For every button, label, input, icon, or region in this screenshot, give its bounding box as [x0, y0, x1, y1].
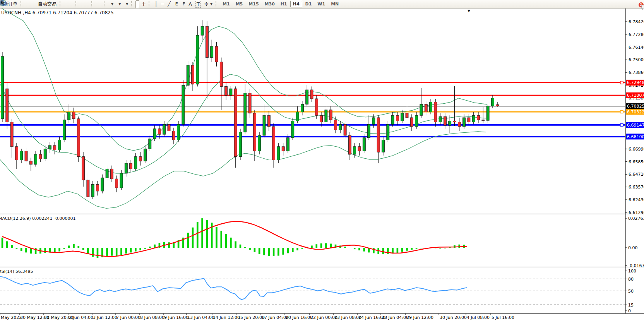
line-chart-button[interactable] — [71, 0, 74, 8]
toolbar-separator — [91, 1, 94, 7]
svg-text:6.62430: 6.62430 — [629, 197, 644, 202]
dock-chart-button[interactable] — [99, 0, 102, 8]
toolbar-separator — [75, 1, 78, 7]
candlestick-chart-button[interactable] — [67, 0, 70, 8]
svg-text:6.70322: 6.70322 — [627, 110, 644, 115]
zoom-in-button[interactable] — [80, 0, 83, 8]
toolbar-separator — [21, 1, 23, 7]
timeframe-h1-button[interactable]: H1 — [278, 1, 290, 7]
svg-text:15: 15 — [628, 303, 634, 308]
svg-text:6.72948: 6.72948 — [627, 80, 644, 85]
toolbar-separator — [131, 1, 134, 7]
timeframe-m15-button[interactable]: M15 — [246, 1, 261, 7]
svg-text:6.69147: 6.69147 — [627, 123, 644, 128]
vertical-line-icon: │ — [154, 1, 158, 7]
svg-text:15 Jun 20:00: 15 Jun 20:00 — [238, 315, 265, 320]
svg-text:3 Jun 12:00: 3 Jun 12:00 — [93, 315, 117, 320]
autotrading-button[interactable]: 自动交易 — [35, 0, 58, 8]
svg-text:5 Jul 16:00: 5 Jul 16:00 — [492, 315, 514, 320]
bar-chart-button[interactable] — [64, 0, 67, 8]
cursor-tool-button[interactable] — [135, 0, 139, 8]
periods-button[interactable]: ▼ — [115, 0, 122, 8]
text-tool-button[interactable]: A — [187, 0, 194, 8]
label-tool-icon: T — [195, 1, 201, 8]
chevron-down-icon: ▼ — [118, 2, 121, 6]
svg-text:6.61290: 6.61290 — [629, 210, 644, 215]
svg-text:4 Jul 08:00: 4 Jul 08:00 — [467, 315, 490, 320]
auto-arrange-button[interactable] — [96, 0, 99, 8]
chart-title: USDCNH-,H4 6.70971 6.71204 6.70777 6.708… — [1, 10, 114, 15]
timeframe-w1-button[interactable]: W1 — [315, 1, 328, 7]
svg-text:14 Jun 12:00: 14 Jun 12:00 — [213, 315, 240, 320]
toolbar-separator — [149, 1, 151, 7]
svg-text:13 Jun 04:00: 13 Jun 04:00 — [187, 315, 214, 320]
text-tool-icon: A — [188, 1, 192, 7]
svg-text:6.71807: 6.71807 — [627, 93, 644, 98]
svg-text:6.76140: 6.76140 — [629, 45, 644, 50]
svg-text:80: 80 — [628, 277, 634, 282]
trendline-tool-button[interactable]: ╱ — [166, 0, 172, 8]
chart-canvas[interactable]: 6.784206.772806.761406.750006.738606.727… — [0, 0, 644, 322]
channel-tool-button[interactable]: E — [173, 0, 180, 8]
fibonacci-letter: F — [183, 1, 185, 7]
toolbar-separator — [216, 1, 218, 7]
chevron-down-icon: ▼ — [126, 2, 128, 6]
add-indicator-button[interactable]: ▼ — [108, 0, 115, 8]
svg-text:0.00: 0.00 — [628, 245, 638, 250]
svg-text:23 Jun 08:00: 23 Jun 08:00 — [334, 315, 361, 320]
toolbar-separator — [104, 1, 106, 7]
zoom-out-button[interactable] — [83, 0, 86, 8]
timeframe-h4-button[interactable]: H4 — [290, 1, 302, 7]
chart-shift-marker-icon[interactable]: ▼ — [468, 9, 470, 13]
tile-windows-button[interactable] — [87, 0, 90, 8]
crosshair-icon: ✛ — [141, 1, 146, 7]
templates-button[interactable]: ▼ — [123, 0, 130, 8]
svg-text:9 Jun 16:00: 9 Jun 16:00 — [164, 315, 188, 320]
svg-text:6.65850: 6.65850 — [629, 159, 644, 164]
svg-text:6.73860: 6.73860 — [629, 70, 644, 75]
mt4-window: 新订单 自动交易 — [0, 0, 644, 322]
svg-text:May 2022: May 2022 — [1, 315, 22, 320]
svg-text:6.77280: 6.77280 — [629, 32, 644, 37]
chevron-down-icon: ▼ — [111, 2, 113, 6]
timeframe-m30-button[interactable]: M30 — [262, 1, 277, 7]
svg-text:22 Jun 00:00: 22 Jun 00:00 — [310, 315, 337, 320]
autotrading-label: 自动交易 — [38, 1, 57, 7]
svg-text:6.70825: 6.70825 — [627, 104, 644, 109]
svg-text:29 Jun 12:00: 29 Jun 12:00 — [406, 315, 433, 320]
channel-letter: E — [175, 1, 178, 7]
macd-indicator-label: MACD(12,26,9) 0.002241 -0.000001 — [0, 216, 75, 221]
timeframe-mn-button[interactable]: MN — [328, 1, 341, 7]
svg-text:6.78420: 6.78420 — [629, 19, 644, 24]
chevron-down-icon: ▼ — [210, 2, 212, 6]
timeframe-m1-button[interactable]: M1 — [220, 1, 233, 7]
svg-text:0.027633: 0.027633 — [628, 216, 644, 221]
timeframe-d1-button[interactable]: D1 — [303, 1, 315, 7]
svg-text:30 Jun 20:00: 30 Jun 20:00 — [440, 315, 467, 320]
svg-text:20 Jun 16:00: 20 Jun 16:00 — [286, 315, 313, 320]
crosshair-tool-button[interactable]: ✛ — [140, 0, 147, 8]
trendline-icon: ╱ — [168, 1, 171, 7]
svg-text:50: 50 — [628, 289, 634, 294]
svg-text:6.68100: 6.68100 — [627, 134, 644, 139]
horizontal-line-tool-button[interactable]: ─ — [159, 0, 166, 8]
svg-text:0: 0 — [628, 308, 631, 313]
svg-text:8 Jun 08:00: 8 Jun 08:00 — [140, 315, 164, 320]
svg-text:7 Jun 00:00: 7 Jun 00:00 — [116, 315, 140, 320]
fibonacci-tool-button[interactable]: F — [180, 0, 187, 8]
svg-text:17 Jun 04:00: 17 Jun 04:00 — [262, 315, 289, 320]
svg-text:6.64710: 6.64710 — [629, 172, 644, 177]
vertical-line-tool-button[interactable]: │ — [153, 0, 159, 8]
toolbar-separator — [60, 1, 62, 7]
timeframe-m5-button[interactable]: M5 — [233, 1, 246, 7]
toolbar: 新订单 自动交易 — [0, 0, 644, 9]
label-tool-button[interactable]: T — [194, 0, 202, 8]
arrows-tool-button[interactable]: ✣ ▼ — [203, 0, 214, 8]
svg-text:6.63570: 6.63570 — [629, 185, 644, 190]
signals-button[interactable] — [32, 0, 35, 8]
horizontal-line-icon: ─ — [161, 1, 164, 7]
metaeditor-button[interactable] — [25, 0, 28, 8]
svg-text:-0.016736: -0.016736 — [628, 263, 644, 268]
market-watch-button[interactable] — [28, 0, 31, 8]
rsi-indicator-label: RSI(14) 56.3495 — [0, 269, 33, 274]
